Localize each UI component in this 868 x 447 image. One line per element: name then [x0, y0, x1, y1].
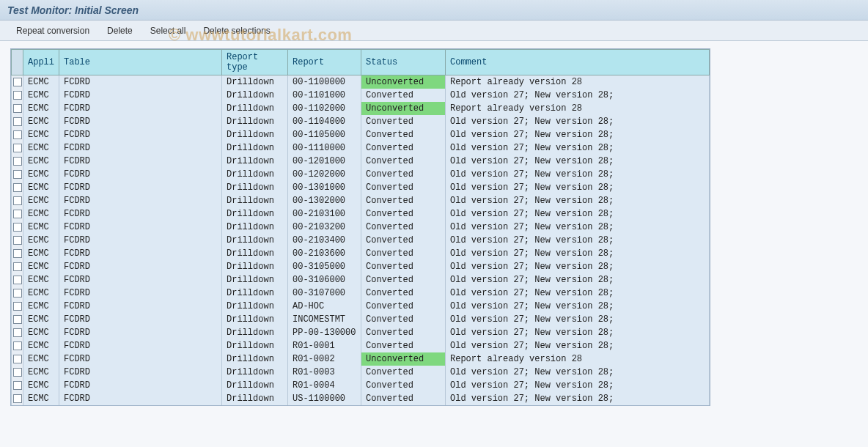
col-reptype[interactable]: Report type — [222, 50, 288, 75]
table-row[interactable]: ECMCFCDRDDrilldown00-1105000ConvertedOld… — [12, 128, 710, 141]
checkbox-icon[interactable] — [13, 368, 22, 377]
row-selector[interactable] — [12, 326, 23, 339]
checkbox-icon[interactable] — [13, 381, 22, 390]
col-table[interactable]: Table — [59, 50, 222, 75]
row-selector[interactable] — [12, 300, 23, 313]
data-table: Appli Table Report type Report Status Co… — [11, 49, 710, 405]
row-selector[interactable] — [12, 168, 23, 181]
table-row[interactable]: ECMCFCDRDDrilldown00-1302000ConvertedOld… — [12, 194, 710, 207]
cell-reptype: Drilldown — [222, 287, 288, 300]
cell-table: FCDRD — [59, 181, 222, 194]
delete-selections-button[interactable]: Delete selections — [194, 23, 279, 39]
checkbox-icon[interactable] — [13, 223, 22, 232]
table-row[interactable]: ECMCFCDRDDrilldownR01-0002UnconvertedRep… — [12, 352, 710, 366]
table-row[interactable]: ECMCFCDRDDrilldown00-1102000UnconvertedR… — [12, 102, 710, 115]
row-selector[interactable] — [12, 287, 23, 300]
checkbox-icon[interactable] — [13, 170, 22, 179]
table-row[interactable]: ECMCFCDRDDrilldownR01-0001ConvertedOld v… — [12, 339, 710, 352]
delete-button[interactable]: Delete — [98, 23, 141, 39]
checkbox-icon[interactable] — [13, 104, 22, 113]
cell-table: FCDRD — [59, 207, 222, 221]
row-selector[interactable] — [12, 247, 23, 260]
table-row[interactable]: ECMCFCDRDDrilldown00-2103400ConvertedOld… — [12, 234, 710, 247]
cell-appli: ECMC — [23, 273, 59, 287]
table-row[interactable]: ECMCFCDRDDrilldown00-2103600ConvertedOld… — [12, 247, 710, 260]
checkbox-icon[interactable] — [13, 276, 22, 284]
table-row[interactable]: ECMCFCDRDDrilldownINCOMESTMTConvertedOld… — [12, 313, 710, 326]
checkbox-icon[interactable] — [13, 196, 22, 205]
row-selector[interactable] — [12, 366, 23, 379]
row-selector[interactable] — [12, 102, 23, 115]
checkbox-icon[interactable] — [13, 262, 22, 271]
row-selector[interactable] — [12, 75, 23, 89]
table-row[interactable]: ECMCFCDRDDrilldown00-1110000ConvertedOld… — [12, 141, 710, 155]
checkbox-icon[interactable] — [13, 183, 22, 192]
row-selector[interactable] — [12, 221, 23, 234]
checkbox-icon[interactable] — [13, 355, 22, 363]
row-selector[interactable] — [12, 392, 23, 405]
table-row[interactable]: ECMCFCDRDDrilldown00-2103200ConvertedOld… — [12, 221, 710, 234]
checkbox-icon[interactable] — [13, 210, 22, 218]
checkbox-icon[interactable] — [13, 236, 22, 245]
checkbox-icon[interactable] — [13, 130, 22, 139]
cell-appli: ECMC — [23, 287, 59, 300]
col-appli[interactable]: Appli — [23, 50, 59, 75]
row-selector[interactable] — [12, 141, 23, 155]
cell-comment: Old version 27; New version 28; — [446, 326, 710, 339]
checkbox-icon[interactable] — [13, 315, 22, 324]
repeat-conversion-button[interactable]: Repeat conversion — [7, 23, 98, 39]
table-row[interactable]: ECMCFCDRDDrilldownR01-0003ConvertedOld v… — [12, 366, 710, 379]
checkbox-icon[interactable] — [13, 249, 22, 258]
row-selector[interactable] — [12, 115, 23, 128]
row-selector[interactable] — [12, 313, 23, 326]
table-row[interactable]: ECMCFCDRDDrilldownR01-0004ConvertedOld v… — [12, 379, 710, 392]
table-row[interactable]: ECMCFCDRDDrilldown00-3106000ConvertedOld… — [12, 273, 710, 287]
checkbox-icon[interactable] — [13, 78, 22, 86]
checkbox-icon[interactable] — [13, 289, 22, 298]
checkbox-icon[interactable] — [13, 157, 22, 166]
row-selector[interactable] — [12, 89, 23, 102]
table-row[interactable]: ECMCFCDRDDrilldown00-1202000ConvertedOld… — [12, 168, 710, 181]
row-selector[interactable] — [12, 155, 23, 168]
cell-table: FCDRD — [59, 366, 222, 379]
cell-report: US-1100000 — [288, 392, 361, 405]
table-row[interactable]: ECMCFCDRDDrilldown00-1201000ConvertedOld… — [12, 155, 710, 168]
row-selector[interactable] — [12, 128, 23, 141]
checkbox-icon[interactable] — [13, 302, 22, 311]
cell-reptype: Drilldown — [222, 326, 288, 339]
table-row[interactable]: ECMCFCDRDDrilldown00-3105000ConvertedOld… — [12, 260, 710, 273]
cell-table: FCDRD — [59, 194, 222, 207]
checkbox-icon[interactable] — [13, 117, 22, 126]
row-selector[interactable] — [12, 181, 23, 194]
table-row[interactable]: ECMCFCDRDDrilldown00-1104000ConvertedOld… — [12, 115, 710, 128]
table-row[interactable]: ECMCFCDRDDrilldown00-3107000ConvertedOld… — [12, 287, 710, 300]
cell-status: Converted — [361, 115, 446, 128]
row-selector[interactable] — [12, 260, 23, 273]
row-selector[interactable] — [12, 352, 23, 366]
table-row[interactable]: ECMCFCDRDDrilldownUS-1100000ConvertedOld… — [12, 392, 710, 405]
cell-reptype: Drilldown — [222, 194, 288, 207]
select-all-button[interactable]: Select all — [141, 23, 195, 39]
row-selector[interactable] — [12, 379, 23, 392]
checkbox-icon[interactable] — [13, 328, 22, 337]
checkbox-icon[interactable] — [13, 341, 22, 350]
cell-comment: Old version 27; New version 28; — [446, 128, 710, 141]
row-selector[interactable] — [12, 234, 23, 247]
col-report[interactable]: Report — [288, 50, 361, 75]
table-row[interactable]: ECMCFCDRDDrilldown00-2103100ConvertedOld… — [12, 207, 710, 221]
table-row[interactable]: ECMCFCDRDDrilldown00-1101000ConvertedOld… — [12, 89, 710, 102]
cell-reptype: Drilldown — [222, 89, 288, 102]
table-row[interactable]: ECMCFCDRDDrilldown00-1100000UnconvertedR… — [12, 75, 710, 89]
col-comment[interactable]: Comment — [446, 50, 710, 75]
checkbox-icon[interactable] — [13, 91, 22, 100]
row-selector[interactable] — [12, 339, 23, 352]
table-row[interactable]: ECMCFCDRDDrilldownPP-00-130000ConvertedO… — [12, 326, 710, 339]
table-row[interactable]: ECMCFCDRDDrilldownAD-HOCConvertedOld ver… — [12, 300, 710, 313]
row-selector[interactable] — [12, 194, 23, 207]
checkbox-icon[interactable] — [13, 144, 22, 152]
row-selector[interactable] — [12, 207, 23, 221]
table-row[interactable]: ECMCFCDRDDrilldown00-1301000ConvertedOld… — [12, 181, 710, 194]
col-status[interactable]: Status — [361, 50, 446, 75]
row-selector[interactable] — [12, 273, 23, 287]
checkbox-icon[interactable] — [13, 394, 22, 403]
